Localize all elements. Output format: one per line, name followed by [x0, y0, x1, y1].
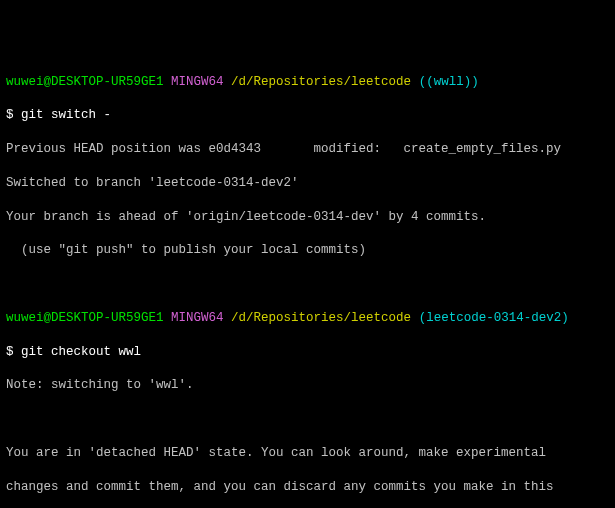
- output-line: changes and commit them, and you can dis…: [6, 479, 609, 496]
- output-line: Note: switching to 'wwl'.: [6, 377, 609, 394]
- blank-line: [6, 411, 609, 428]
- output-line: (use "git push" to publish your local co…: [6, 242, 609, 259]
- user: wuwei@DESKTOP-UR59GE1: [6, 75, 164, 89]
- command-input-2[interactable]: $ git checkout wwl: [6, 344, 609, 361]
- path: /d/Repositories/leetcode: [231, 311, 411, 325]
- output-line: Your branch is ahead of 'origin/leetcode…: [6, 209, 609, 226]
- output-line: You are in 'detached HEAD' state. You ca…: [6, 445, 609, 462]
- host: MINGW64: [171, 75, 224, 89]
- prompt-line-1: wuwei@DESKTOP-UR59GE1 MINGW64 /d/Reposit…: [6, 74, 609, 91]
- blank-line: [6, 276, 609, 293]
- user: wuwei@DESKTOP-UR59GE1: [6, 311, 164, 325]
- output-line: Switched to branch 'leetcode-0314-dev2': [6, 175, 609, 192]
- branch: (leetcode-0314-dev2): [419, 311, 569, 325]
- output-line: Previous HEAD position was e0d4343 modif…: [6, 141, 609, 158]
- prompt-line-2: wuwei@DESKTOP-UR59GE1 MINGW64 /d/Reposit…: [6, 310, 609, 327]
- command-input-1[interactable]: $ git switch -: [6, 107, 609, 124]
- branch: ((wwll)): [419, 75, 479, 89]
- path: /d/Repositories/leetcode: [231, 75, 411, 89]
- host: MINGW64: [171, 311, 224, 325]
